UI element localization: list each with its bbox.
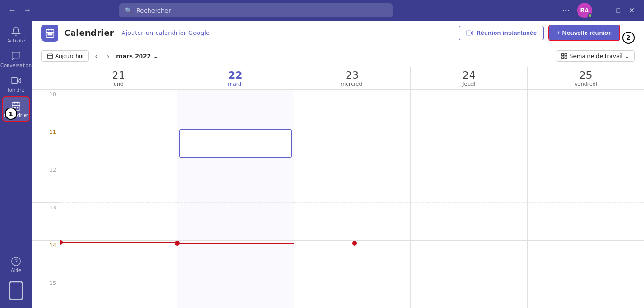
view-dropdown-icon: ⌄ <box>625 53 629 59</box>
help-icon <box>11 256 21 266</box>
hour-11-23[interactable] <box>294 127 411 165</box>
day-header-23: 23 mercredi <box>294 67 411 89</box>
calendar-nav: Aujourd'hui ‹ › mars 2022 ⌄ Semaine de t… <box>32 45 644 67</box>
hour-12-21[interactable] <box>60 165 177 203</box>
search-bar[interactable]: 🔍 Rechercher <box>119 3 393 17</box>
event-box[interactable] <box>179 129 292 158</box>
time-indicator-dot <box>175 241 180 246</box>
day-number: 23 <box>346 69 359 81</box>
avatar[interactable]: RA <box>577 3 592 18</box>
days-area: 21 lundi 22 mardi 23 mercredi 24 jeudi <box>60 67 644 308</box>
hour-10-25[interactable] <box>528 90 644 127</box>
svg-marker-0 <box>18 78 21 83</box>
hour-11-25[interactable] <box>528 127 644 165</box>
hour-14-22[interactable] <box>177 241 294 278</box>
svg-rect-24 <box>562 57 564 58</box>
sidebar-item-conversation[interactable]: Conversation <box>2 47 30 71</box>
hour-14-23[interactable] <box>294 241 411 278</box>
month-year-button[interactable]: mars 2022 ⌄ <box>116 52 158 60</box>
next-week-button[interactable]: › <box>104 50 112 62</box>
sidebar-item-joindre[interactable]: Joindre <box>2 72 30 95</box>
day-col-23[interactable] <box>294 90 411 308</box>
hour-11-22[interactable] <box>177 127 294 165</box>
hour-15-22[interactable] <box>177 278 294 308</box>
annotation-2: 2 <box>622 32 635 44</box>
days-body[interactable] <box>60 90 644 308</box>
view-selector[interactable]: Semaine de travail ⌄ <box>556 50 635 62</box>
sidebar-item-aide[interactable]: Aide <box>2 252 30 276</box>
hour-15-25[interactable] <box>528 278 644 308</box>
close-button[interactable]: ✕ <box>625 5 638 16</box>
svg-rect-16 <box>48 33 49 35</box>
instant-meeting-button[interactable]: Réunion instantanée <box>459 26 544 40</box>
month-year-label: mars 2022 <box>116 52 150 60</box>
day-name: mardi <box>228 81 243 87</box>
hour-14-25[interactable] <box>528 241 644 278</box>
title-bar-right: ··· RA – □ ✕ <box>560 3 638 18</box>
days-header: 21 lundi 22 mardi 23 mercredi 24 jeudi <box>60 67 644 90</box>
chat-icon <box>11 51 21 61</box>
add-google-link[interactable]: Ajouter un calendrier Google <box>122 29 210 36</box>
hour-10-24[interactable] <box>411 90 527 127</box>
sidebar-item-phone[interactable] <box>2 276 30 304</box>
day-number: 25 <box>579 69 593 81</box>
sidebar-item-label: Joindre <box>8 87 25 92</box>
hour-13-22[interactable] <box>177 203 294 241</box>
main-content: Calendrier Ajouter un calendrier Google … <box>32 21 644 308</box>
hour-10-23[interactable] <box>294 90 411 127</box>
hour-15-23[interactable] <box>294 278 411 308</box>
sidebar-item-label: Aide <box>11 268 21 273</box>
maximize-button[interactable]: □ <box>613 5 624 16</box>
hour-12-22[interactable] <box>177 165 294 203</box>
hour-12-25[interactable] <box>528 165 644 203</box>
time-indicator <box>60 242 177 243</box>
window-nav: ← → <box>6 4 34 17</box>
hour-10-22[interactable] <box>177 90 294 127</box>
hour-15-21[interactable] <box>60 278 177 308</box>
hour-12-23[interactable] <box>294 165 411 203</box>
hour-15-24[interactable] <box>411 278 527 308</box>
day-col-25[interactable] <box>528 90 644 308</box>
sidebar-item-activite[interactable]: Activité <box>2 23 30 46</box>
day-number: 22 <box>228 69 243 81</box>
calendar-header: Calendrier Ajouter un calendrier Google … <box>32 21 644 45</box>
hour-13-23[interactable] <box>294 203 411 241</box>
day-number: 24 <box>462 69 476 81</box>
hour-14-24[interactable] <box>411 241 527 278</box>
today-button[interactable]: Aujourd'hui <box>41 50 89 62</box>
hour-10-21[interactable] <box>60 90 177 127</box>
hour-13-24[interactable] <box>411 203 527 241</box>
app-body: Activité Conversation Joindre <box>0 21 644 308</box>
day-number: 21 <box>112 69 125 81</box>
svg-rect-10 <box>10 282 23 300</box>
day-col-21[interactable] <box>60 90 177 308</box>
sidebar: Activité Conversation Joindre <box>0 21 32 308</box>
sidebar-bottom: Aide <box>2 252 30 304</box>
time-column: 10 11 12 13 14 15 <box>32 67 60 308</box>
back-button[interactable]: ← <box>6 4 19 17</box>
day-name: jeudi <box>462 81 475 87</box>
page-title: Calendrier <box>64 28 114 38</box>
day-header-24: 24 jeudi <box>411 67 528 89</box>
day-col-24[interactable] <box>411 90 528 308</box>
minimize-button[interactable]: – <box>601 5 612 16</box>
hour-11-24[interactable] <box>411 127 527 165</box>
hour-11-21[interactable] <box>60 127 177 165</box>
time-slot-11: 11 <box>32 127 60 165</box>
day-header-21: 21 lundi <box>60 67 177 89</box>
hour-13-21[interactable] <box>60 203 177 241</box>
hour-14-21[interactable] <box>60 241 177 278</box>
svg-rect-7 <box>17 107 18 108</box>
time-header <box>32 67 60 90</box>
forward-button[interactable]: → <box>21 4 34 17</box>
bell-icon <box>11 26 21 37</box>
prev-week-button[interactable]: ‹ <box>92 50 100 62</box>
view-label: Semaine de travail <box>570 53 623 59</box>
hour-13-25[interactable] <box>528 203 644 241</box>
hour-12-24[interactable] <box>411 165 527 203</box>
svg-rect-17 <box>51 33 52 35</box>
more-button[interactable]: ··· <box>560 6 572 16</box>
new-meeting-button[interactable]: + Nouvelle réunion <box>549 25 619 40</box>
day-col-22[interactable] <box>177 90 294 308</box>
calendar-grid: 10 11 12 13 14 15 21 lundi 22 mardi <box>32 67 644 308</box>
